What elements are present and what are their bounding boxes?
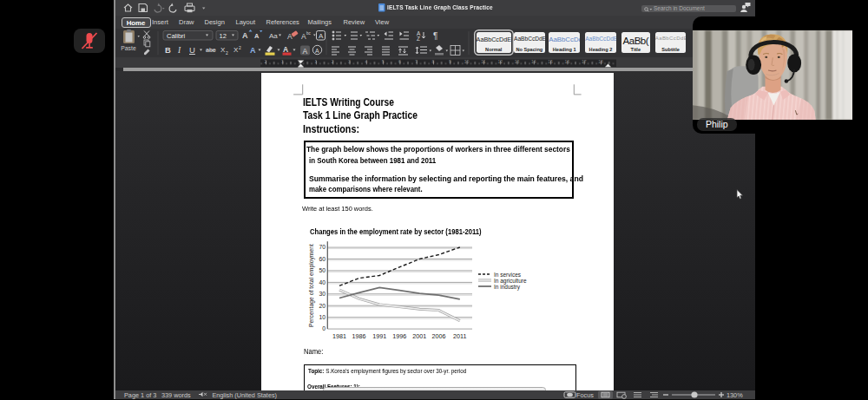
svg-text:A: A: [254, 32, 260, 40]
svg-text:2: 2: [265, 59, 267, 64]
svg-text:70: 70: [319, 244, 326, 250]
svg-text:2011: 2011: [453, 332, 466, 340]
svg-text:18: 18: [598, 59, 603, 64]
svg-text:bc: bc: [306, 31, 312, 36]
svg-text:A: A: [287, 32, 293, 41]
svg-text:1: 1: [281, 59, 284, 64]
svg-text:16: 16: [565, 59, 570, 64]
svg-text:13: 13: [515, 59, 520, 64]
svg-text:4: 4: [365, 59, 367, 64]
svg-text:Z: Z: [417, 36, 420, 42]
svg-text:1991: 1991: [372, 332, 386, 340]
svg-text:7: 7: [415, 59, 418, 64]
svg-text:10: 10: [464, 59, 470, 64]
svg-text:2006: 2006: [432, 332, 446, 340]
svg-text:U: U: [189, 45, 195, 55]
svg-text:12: 12: [220, 32, 227, 40]
svg-text:6: 6: [398, 59, 401, 64]
svg-text:5: 5: [382, 59, 385, 64]
svg-text:2: 2: [332, 59, 334, 64]
svg-text:0: 0: [322, 325, 326, 331]
svg-text:8: 8: [432, 59, 435, 64]
svg-text:17: 17: [582, 59, 587, 64]
svg-text:2: 2: [226, 50, 228, 56]
svg-text:Percentage of total employment: Percentage of total employment: [308, 243, 315, 326]
svg-text:¶: ¶: [433, 31, 437, 41]
svg-text:3: 3: [348, 59, 351, 64]
svg-text:40: 40: [319, 279, 326, 285]
svg-text:Aa: Aa: [269, 32, 278, 40]
svg-text:1: 1: [315, 59, 318, 64]
svg-text:15: 15: [548, 59, 553, 64]
svg-text:A: A: [242, 31, 248, 40]
svg-text:A: A: [283, 45, 288, 54]
svg-text:In services: In services: [494, 271, 522, 277]
svg-text:A: A: [303, 47, 308, 56]
svg-text:2001: 2001: [412, 332, 426, 340]
svg-text:A: A: [319, 32, 324, 40]
svg-text:9: 9: [449, 59, 451, 64]
svg-text:1996: 1996: [392, 332, 406, 340]
svg-text:11: 11: [481, 59, 485, 64]
svg-text:12: 12: [497, 59, 503, 64]
svg-text:Calibri: Calibri: [167, 32, 186, 40]
svg-text:Paste: Paste: [121, 45, 136, 51]
svg-text:1986: 1986: [352, 332, 366, 340]
svg-text:14: 14: [531, 59, 536, 64]
svg-text:1981: 1981: [332, 332, 346, 340]
svg-text:20: 20: [319, 302, 326, 308]
svg-text:A: A: [250, 46, 256, 55]
svg-text:30: 30: [319, 291, 326, 297]
svg-text:B: B: [165, 45, 171, 55]
svg-text:I: I: [177, 46, 181, 55]
svg-text:In industry: In industry: [494, 283, 521, 290]
svg-text:50: 50: [319, 267, 326, 273]
svg-text:A: A: [315, 48, 319, 54]
svg-text:60: 60: [319, 255, 326, 261]
svg-text:2: 2: [239, 45, 241, 50]
svg-text:abe: abe: [206, 47, 216, 53]
svg-text:10: 10: [319, 314, 326, 320]
